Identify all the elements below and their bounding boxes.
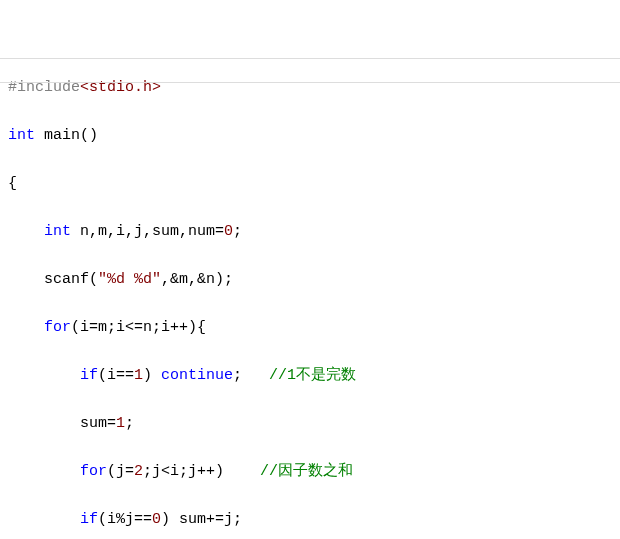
number: 1 [134, 367, 143, 384]
keyword-if: if [80, 367, 98, 384]
code-block: #include<stdio.h> int main() { int n,m,i… [0, 0, 620, 539]
keyword-int: int [8, 127, 35, 144]
keyword-for: for [44, 319, 71, 336]
number: 0 [224, 223, 233, 240]
code-line: if(i==1) continue; //1不是完数 [8, 364, 612, 388]
divider [0, 58, 620, 59]
code-line: sum=1; [8, 412, 612, 436]
code-line: int main() [8, 124, 612, 148]
main-decl: main() [35, 127, 98, 144]
code-line: #include<stdio.h> [8, 76, 612, 100]
code-line: { [8, 172, 612, 196]
comment: //1不是完数 [269, 367, 356, 384]
keyword-if: if [80, 511, 98, 528]
number: 1 [116, 415, 125, 432]
code-line: if(i%j==0) sum+=j; [8, 508, 612, 532]
number: 2 [134, 463, 143, 480]
string-literal: "%d %d" [98, 271, 161, 288]
code-line: for(i=m;i<=n;i++){ [8, 316, 612, 340]
code-line: scanf("%d %d",&m,&n); [8, 268, 612, 292]
number: 0 [152, 511, 161, 528]
divider [0, 82, 620, 83]
keyword-continue: continue [161, 367, 233, 384]
comment: //因子数之和 [260, 463, 353, 480]
keyword-int: int [44, 223, 71, 240]
code-line: int n,m,i,j,sum,num=0; [8, 220, 612, 244]
code-line: for(j=2;j<i;j++) //因子数之和 [8, 460, 612, 484]
keyword-for: for [80, 463, 107, 480]
brace-open: { [8, 175, 17, 192]
